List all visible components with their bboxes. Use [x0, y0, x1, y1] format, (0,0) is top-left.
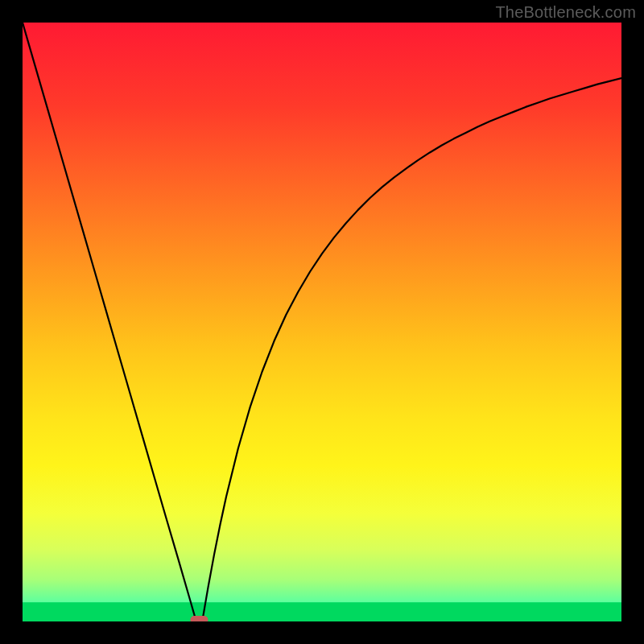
gradient-background [23, 23, 621, 621]
watermark-label: TheBottleneck.com [495, 3, 636, 22]
chart-plot-area [23, 23, 621, 621]
optimum-marker [190, 616, 208, 621]
chart-svg [23, 23, 621, 621]
chart-frame: TheBottleneck.com [0, 0, 644, 644]
green-band [23, 602, 621, 621]
